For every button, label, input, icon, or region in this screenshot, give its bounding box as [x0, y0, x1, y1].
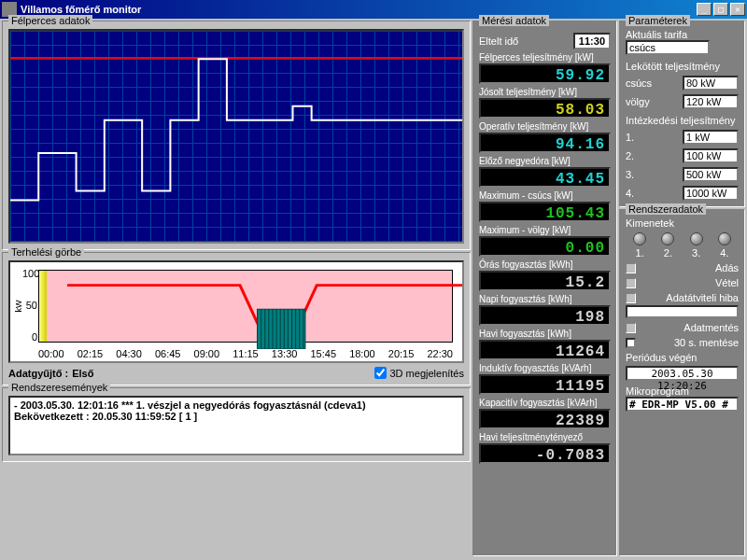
measure-label: Induktív fogyasztás [kVArh] [479, 363, 611, 373]
measure-label: Maximum - csúcs [kW] [479, 190, 611, 201]
measure-label: Félperces teljesítmény [kW] [479, 52, 611, 63]
csucs-label: csúcs [626, 77, 652, 89]
measure-value: 105.43 [479, 202, 611, 222]
y-axis-label: kW [14, 301, 23, 313]
loadcurve-group: Terhelési görbe kW 100500 [2, 252, 471, 385]
measure-value: 198 [479, 305, 611, 326]
params-legend: Paraméterek [626, 15, 690, 26]
adas-indicator [626, 263, 636, 273]
tariff-field[interactable] [626, 40, 710, 55]
volgy-field[interactable] [683, 94, 739, 109]
vetel-indicator [626, 278, 636, 288]
transfer-err-field [626, 305, 739, 318]
led-2 [661, 232, 674, 245]
level1-field[interactable] [683, 130, 739, 145]
level3-field[interactable] [683, 167, 739, 182]
measure-group: Mérési adatok Eltelt idő 11:30 Félperces… [472, 21, 617, 556]
microprogram-field: # EDR-MP V5.00 # [626, 397, 739, 412]
sysdata-group: Rendszeradatok Kimenetek 1. 2. 3. 4. Adá… [619, 209, 745, 556]
measure-legend: Mérési adatok [479, 15, 549, 26]
led-3 [690, 232, 703, 245]
loadcurve-legend: Terhelési görbe [8, 246, 84, 258]
period-end-label: Periódus végén [626, 352, 739, 363]
measure-value: 22389 [479, 409, 611, 429]
maximize-button[interactable]: □ [713, 3, 728, 16]
collector-value: Első [72, 368, 93, 379]
outputs-label: Kimenetek [626, 217, 739, 229]
save-indicator [626, 323, 636, 333]
measure-value: -0.7083 [479, 443, 611, 464]
window-title: Villamos főmérő monitor [21, 4, 697, 15]
event-line: Bekövetkezett : 20.05.30 11:59:52 [ 1 ] [14, 411, 458, 422]
save30-checkbox[interactable] [626, 338, 636, 348]
elapsed-label: Eltelt idő [479, 35, 518, 47]
tariff-label: Aktuális tarifa [626, 29, 739, 40]
led-1 [633, 232, 646, 245]
measure-label: Órás fogyasztás [kWh] [479, 259, 611, 270]
params-group: Paraméterek Aktuális tarifa Lekötött tel… [619, 21, 745, 207]
action-label: Intézkedési teljesítmény [626, 115, 739, 126]
events-legend: Rendszeresemények [8, 382, 110, 393]
measure-label: Kapacitív fogyasztás [kVArh] [479, 398, 611, 408]
measure-value: 11264 [479, 340, 611, 360]
3d-label: 3D megjelenítés [390, 368, 465, 379]
transfer-err-indicator [626, 293, 636, 303]
3d-checkbox[interactable] [374, 367, 387, 379]
sysdata-legend: Rendszeradatok [626, 203, 706, 215]
volgy-label: völgy [626, 96, 650, 107]
events-group: Rendszeresemények - 2003.05.30. 12:01:16… [2, 387, 471, 462]
measure-value: 58.03 [479, 98, 611, 119]
halfmin-legend: Félperces adatok [8, 15, 92, 26]
measure-value: 59.92 [479, 63, 611, 84]
events-list[interactable]: - 2003.05.30. 12:01:16 *** 1. vészjel a … [8, 396, 464, 455]
measure-value: 43.45 [479, 167, 611, 188]
elapsed-value: 11:30 [573, 33, 611, 49]
measure-label: Maximum - völgy [kW] [479, 225, 611, 235]
csucs-field[interactable] [683, 76, 739, 91]
svg-rect-0 [258, 309, 305, 349]
contracted-label: Lekötött teljesítmény [626, 61, 739, 72]
halfmin-chart [8, 29, 464, 244]
measure-label: Előző negyedóra [kW] [479, 156, 611, 166]
halfmin-group: Félperces adatok [2, 21, 471, 250]
minimize-button[interactable]: _ [697, 3, 712, 16]
datetime-field: 2003.05.30 12:20:26 [626, 366, 739, 381]
led-4 [718, 232, 731, 245]
level2-field[interactable] [683, 148, 739, 163]
measure-value: 94.16 [479, 133, 611, 153]
measure-value: 15.2 [479, 271, 611, 291]
measure-label: Havi fogyasztás [kWh] [479, 329, 611, 339]
measure-label: Napi fogyasztás [kWh] [479, 294, 611, 304]
measure-label: Operatív teljesítmény [kW] [479, 121, 611, 132]
loadcurve-chart: kW 100500 [8, 260, 464, 363]
measure-value: 11195 [479, 374, 611, 395]
measure-value: 0.00 [479, 236, 611, 257]
microprogram-label: Mikroprogram [626, 385, 739, 397]
event-line: - 2003.05.30. 12:01:16 *** 1. vészjel a … [14, 399, 458, 411]
collector-label: Adatgyűjtő : [8, 368, 68, 379]
measure-label: Havi teljesítménytényező [479, 432, 611, 442]
level4-field[interactable] [683, 186, 739, 201]
close-button[interactable]: ✕ [730, 3, 745, 16]
measure-label: Jósolt teljesítmény [kW] [479, 87, 611, 97]
